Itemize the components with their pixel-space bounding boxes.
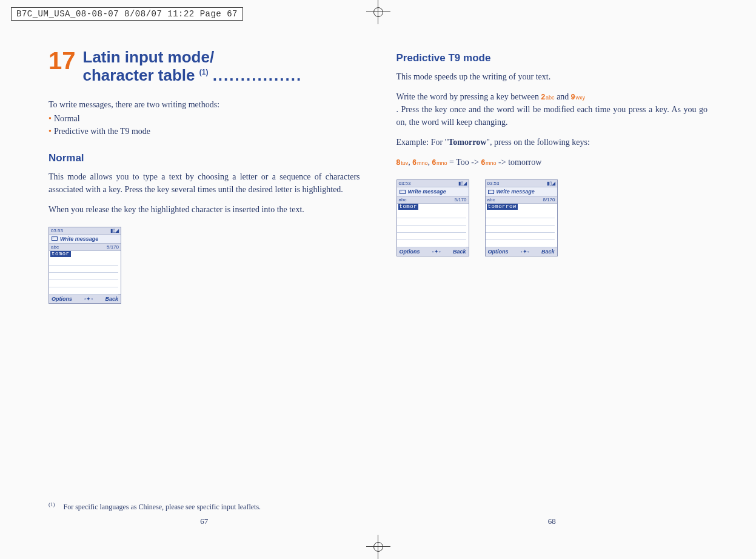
phone-title-text: Write message [408,189,446,195]
crop-mark-bottom [366,535,390,559]
phone-screen-title: Write message [397,187,469,196]
input-mode: abc [51,244,59,250]
char-counter: 5/170 [107,244,119,250]
footnote-text: For specific languages as Chinese, pleas… [64,503,261,511]
softkey-options: Options [52,296,72,302]
seq-arrow: -> tomorrow [498,158,541,167]
chapter-title-footnote-mark: (1) [199,68,209,76]
key-8-icon: 8tuv [396,158,409,167]
envelope-icon [52,236,58,241]
envelope-icon [488,190,494,194]
normal-paragraph-1: This mode allows you to type a text by c… [49,170,360,196]
page-67: 17 Latin input mode/ character table (1)… [49,49,360,529]
phone-screen-title: Write message [486,187,557,196]
phone-mode-bar: abc 5/170 [49,244,121,251]
phone-text-area: tomor [397,204,469,247]
chapter-heading: 17 Latin input mode/ character table (1)… [49,49,360,85]
phone-mode-bar: abc 8/170 [486,196,557,204]
phone-screenshot-normal: 03:53 ▮▯◢ Write message abc 5/170 tomor … [49,227,121,304]
footnote-mark: (1) [49,501,55,507]
char-counter: 5/170 [454,197,466,203]
crop-header: B7C_UM_USA_08-08-07 8/08/07 11:22 Page 6… [11,7,243,21]
input-mode: abc [399,197,407,203]
nav-icon: ◦✦◦ [84,296,93,302]
t9-p2-b: and [557,92,571,101]
softkey-back: Back [105,296,118,302]
key-6-icon: 6mno [412,158,427,167]
softkey-options: Options [400,249,420,255]
signal-icon: ▮▯◢ [110,228,119,233]
envelope-icon [400,190,406,194]
softkey-back: Back [453,249,466,255]
chapter-number: 17 [49,49,76,73]
typed-text: tomorrow [487,204,518,210]
key-6-icon-3: 6mno [481,158,496,167]
bullet-normal-label: Normal [54,114,80,123]
t9-ex-c: ", press on the following keys: [486,138,590,147]
chapter-title: Latin input mode/ character table (1) ..… [83,49,303,85]
t9-p2-a: Write the word by pressing a key between [396,92,541,101]
key-9-icon: 9wxy [571,93,585,101]
phone-softkey-bar: Options ◦✦◦ Back [49,295,121,303]
chapter-title-dots: ................ [213,66,303,84]
phone-softkey-bar: Options ◦✦◦ Back [486,247,557,256]
t9-paragraph-1: This mode speeds up the writing of your … [396,70,708,83]
t9-example-line: Example: For "Tomorrow", press on the fo… [396,136,708,149]
phone-status-bar: 03:53 ▮▯◢ [49,227,121,235]
phone-title-text: Write message [60,236,98,242]
page-68: Predictive T9 mode This mode speeds up t… [396,49,708,529]
phone-text-area: tomor [49,251,121,295]
phone-time: 03:53 [51,228,63,233]
typed-text: tomor [50,251,71,257]
intro-text: To write messages, there are two writing… [49,98,360,111]
phone-status-bar: 03:53 ▮▯◢ [397,180,469,187]
bullet-normal: •Normal [49,112,360,125]
key-2-icon: 2abc [541,93,554,101]
chapter-title-line1: Latin input mode/ [83,48,215,66]
typed-text: tomor [398,204,419,210]
page-number-68: 68 [548,517,556,526]
key-6-icon-2: 6mno [432,158,447,167]
softkey-options: Options [488,249,509,255]
phone-mode-bar: abc 5/170 [397,196,469,204]
signal-icon: ▮▯◢ [458,181,467,186]
normal-paragraph-2: When you release the key the highlighted… [49,203,360,216]
page-number-67: 67 [200,517,208,526]
phone-screen-title: Write message [49,235,121,244]
t9-ex-word: Tomorrow [448,138,486,147]
t9-ex-a: Example: For " [396,138,449,147]
phone-screenshot-t9-step1: 03:53 ▮▯◢ Write message abc 5/170 tomor … [396,179,469,256]
chapter-title-line2: character table [83,66,195,84]
t9-paragraph-2: Write the word by pressing a key between… [396,90,708,129]
phone-title-text: Write message [497,189,535,195]
nav-icon: ◦✦◦ [521,249,529,255]
phone-status-bar: 03:53 ▮▯◢ [486,180,557,187]
t9-key-sequence: 8tuv, 6mno, 6mno = Too -> 6mno -> tomorr… [396,156,708,169]
heading-t9: Predictive T9 mode [396,52,708,64]
softkey-back: Back [541,249,555,255]
char-counter: 8/170 [543,197,555,203]
input-mode: abc [487,197,495,203]
crop-mark-top [366,0,390,24]
phone-time: 03:53 [399,181,411,186]
phone-softkey-bar: Options ◦✦◦ Back [397,247,469,256]
t9-p2-c: . Press the key once and the word will b… [396,105,708,127]
phone-time: 03:53 [487,181,500,186]
phone-screenshot-t9-step2: 03:53 ▮▯◢ Write message abc 8/170 tomorr… [485,179,558,256]
footnote: (1)For specific languages as Chinese, pl… [49,501,261,512]
phone-text-area: tomorrow [486,204,557,247]
signal-icon: ▮▯◢ [547,181,555,186]
seq-eq: = Too -> [449,158,479,167]
bullet-t9: •Predictive with the T9 mode [49,125,360,138]
bullet-t9-label: Predictive with the T9 mode [54,127,150,136]
heading-normal: Normal [49,152,360,164]
nav-icon: ◦✦◦ [432,249,441,255]
